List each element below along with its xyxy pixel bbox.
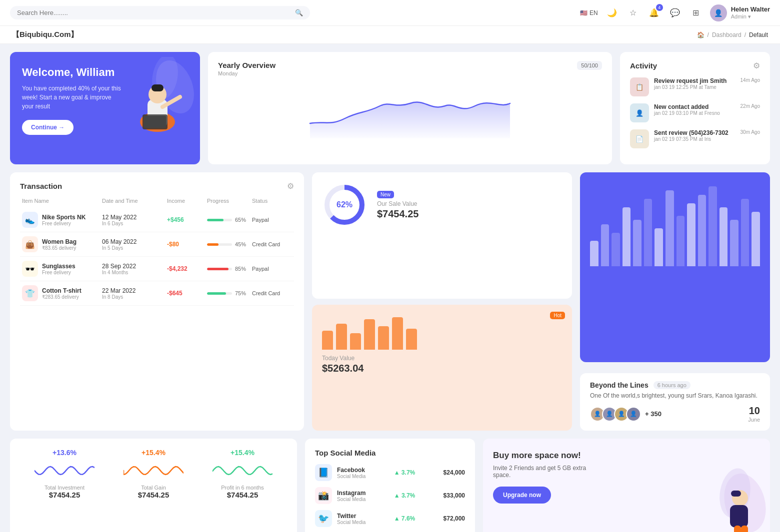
item-sub: Free delivery	[42, 221, 86, 226]
activity-detail: jan 02 19 03:10 PM at Fresno	[654, 110, 736, 116]
item-cell: 👜 Women Bag ₹83.65 delivery	[22, 236, 102, 252]
transaction-header: Transaction ⚙	[20, 181, 294, 191]
item-cell: 👕 Cotton T-shirt ₹283.65 delivery	[22, 285, 102, 301]
status-cell: Paypal	[252, 217, 292, 223]
table-row: 👜 Women Bag ₹83.65 delivery 06 May 2022 …	[20, 232, 294, 257]
stat-name: Total Gain	[141, 485, 166, 491]
yearly-title: Yearly Overview	[218, 61, 276, 69]
brand-logo: 【Biqubiqu.Com】	[12, 30, 78, 39]
search-input[interactable]	[17, 9, 291, 16]
activity-item: 📄 Sent review (504)236-7302 jan 02 19 07…	[630, 129, 760, 148]
sale-info: New Our Sale Value $7454.25	[377, 190, 418, 220]
social-item: 📘 Facebook Social Media ▲ 3.7% $24,000	[315, 464, 465, 481]
item-name: Nike Sports NK	[42, 214, 86, 221]
continue-button[interactable]: Continue →	[22, 120, 74, 135]
transaction-settings-icon[interactable]: ⚙	[287, 181, 294, 191]
avatar-stack: 👤 👤 👤 👤	[590, 407, 641, 422]
language-selector[interactable]: 🇺🇸 EN	[580, 9, 598, 16]
item-name: Women Bag	[42, 238, 76, 245]
item-icon: 👟	[22, 212, 38, 228]
activity-list: 📋 Review request jim Smith jan 03 19 12:…	[630, 77, 760, 148]
income-cell: -$645	[167, 290, 207, 297]
bar-item	[687, 203, 696, 266]
table-row: 👟 Nike Sports NK Free delivery 12 May 20…	[20, 208, 294, 232]
user-profile[interactable]: 👤 Helen Walter Admin ▾	[710, 4, 770, 21]
item-icon: 👜	[22, 236, 38, 252]
activity-content: Sent review (504)236-7302 jan 02 19 07:3…	[654, 129, 736, 142]
activity-name: Sent review (504)236-7302	[654, 129, 736, 136]
activity-time: 30m Ago	[740, 129, 760, 135]
bar-item	[676, 216, 685, 266]
today-bar	[378, 326, 389, 349]
breadcrumb: 🏠 / Dashboard / Default	[697, 31, 768, 38]
row-3: +13.6% Total Investment $7454.25 +15.4% …	[10, 439, 770, 532]
donut-percent: 62%	[336, 200, 352, 209]
activity-settings-icon[interactable]: ⚙	[753, 61, 760, 70]
today-bar	[364, 319, 375, 349]
social-media-card: Top Social Media 📘 Facebook Social Media…	[305, 439, 475, 532]
chat-icon[interactable]: 💬	[668, 6, 682, 20]
stat-block: +15.4% Total Gain $7454.25	[109, 449, 198, 499]
activity-header: Activity ⚙	[630, 61, 760, 70]
date-cell: 28 Sep 2022 In 4 Months	[102, 263, 167, 275]
date-month: June	[748, 417, 760, 423]
sale-value: $7454.25	[377, 208, 418, 220]
stat-value: $7454.25	[138, 491, 170, 499]
bar-item	[730, 220, 738, 266]
stats-card: +13.6% Total Investment $7454.25 +15.4% …	[10, 439, 297, 532]
social-pct: ▲ 3.7%	[370, 469, 438, 476]
social-sub: Social Media	[337, 497, 366, 502]
activity-item: 👤 New contact added jan 02 19 03:10 PM a…	[630, 103, 760, 122]
social-sub: Social Media	[337, 520, 366, 525]
search-bar[interactable]: 🔍	[10, 6, 310, 19]
avatar-4: 👤	[626, 407, 641, 422]
star-icon[interactable]: ☆	[626, 6, 640, 20]
item-icon: 👕	[22, 285, 38, 301]
upgrade-button[interactable]: Upgrade now	[493, 487, 551, 504]
activity-content: New contact added jan 02 19 03:10 PM at …	[654, 103, 736, 116]
notification-badge: 4	[656, 4, 663, 11]
social-sub: Social Media	[337, 474, 366, 479]
bar-item	[698, 195, 706, 266]
beyond-title: Beyond the Lines	[590, 381, 648, 389]
expand-icon[interactable]: ⊞	[689, 6, 703, 20]
activity-detail: jan 03 19 12:25 PM at Tame	[654, 84, 736, 90]
welcome-card: Welcome, William You have completed 40% …	[10, 52, 200, 164]
progress-bar-fill	[207, 292, 226, 295]
breadcrumb-dashboard[interactable]: Dashboard	[712, 31, 742, 38]
beyond-section: Beyond the Lines 6 hours ago One Of the …	[580, 373, 770, 431]
top-navigation: 🔍 🇺🇸 EN 🌙 ☆ 🔔 4 💬 ⊞ 👤 Helen Walter Admin…	[0, 0, 780, 26]
today-bar	[392, 317, 403, 350]
breadcrumb-current: Default	[749, 31, 768, 38]
welcome-illustration	[115, 57, 195, 137]
hot-badge: Hot	[550, 312, 565, 319]
social-name: Facebook	[337, 467, 366, 474]
home-icon[interactable]: 🏠	[697, 31, 704, 38]
social-item: 🐦 Twitter Social Media ▲ 7.6% $72,000	[315, 510, 465, 527]
item-name: Cotton T-shirt	[42, 287, 82, 294]
svg-rect-17	[741, 526, 748, 532]
progress-bar-fill	[207, 219, 224, 221]
language-label: EN	[590, 9, 598, 16]
activity-item: 📋 Review request jim Smith jan 03 19 12:…	[630, 77, 760, 96]
social-info: Instagram Social Media	[337, 490, 366, 502]
status-cell: Credit Card	[252, 241, 292, 247]
social-pct: ▲ 3.7%	[370, 492, 438, 499]
date-cell: 06 May 2022 In 5 Days	[102, 238, 167, 251]
row-2: Transaction ⚙ Item Name Date and Time In…	[10, 172, 770, 431]
theme-toggle[interactable]: 🌙	[605, 6, 619, 20]
stat-wave	[34, 461, 94, 481]
item-cell: 🕶️ Sunglasses Free delivery	[22, 261, 102, 277]
stat-value: $7454.25	[49, 491, 80, 499]
yearly-subtitle: Monday	[218, 70, 276, 76]
notifications-icon[interactable]: 🔔 4	[647, 6, 661, 20]
svg-rect-15	[730, 505, 748, 528]
progress-bar-bg	[207, 292, 232, 295]
svg-rect-16	[734, 526, 741, 532]
donut-chart: 62%	[322, 182, 367, 227]
activity-thumb: 📄	[630, 129, 649, 148]
today-bar	[322, 331, 333, 349]
today-label: Today Value	[322, 355, 562, 362]
stat-wave	[124, 461, 184, 481]
social-info: Twitter Social Media	[337, 513, 366, 525]
